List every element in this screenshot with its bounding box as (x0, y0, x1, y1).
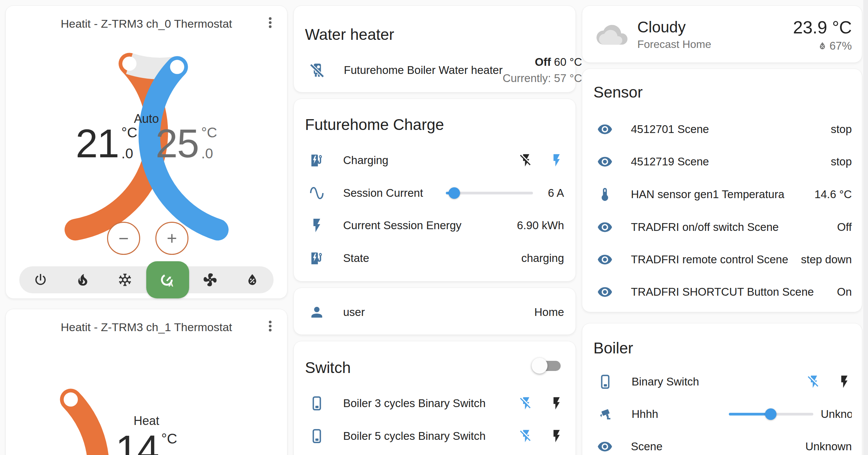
mode-fan-button[interactable] (189, 266, 231, 293)
row-label: Boiler 5 cycles Binary Switch (343, 430, 486, 443)
row-label: Scene (631, 440, 663, 453)
low-setpoint-decimal: .0 (121, 145, 137, 162)
thermostat-auto-icon (159, 271, 176, 288)
row-value: stop (831, 155, 852, 168)
mode-auto-button[interactable] (146, 261, 189, 298)
low-setpoint-units: °C .0 (121, 125, 137, 162)
slider-thumb[interactable] (765, 408, 776, 420)
eye-icon (597, 284, 613, 300)
mode-dry-button[interactable] (231, 266, 274, 293)
setpoint-value: 14 (116, 431, 158, 455)
state-value: Off (535, 56, 551, 68)
sensor-row[interactable]: TRADFRI SHORTCUT Button Scene On (597, 283, 852, 301)
row-label: TRADFRI remote control Scene (631, 253, 788, 266)
mode-off-button[interactable] (19, 266, 61, 293)
setpoint-handle[interactable] (64, 393, 78, 407)
state-row[interactable]: State charging (309, 249, 564, 268)
boiler3-row[interactable]: Boiler 3 cycles Binary Switch (309, 394, 564, 413)
flash-icon (837, 374, 852, 389)
high-setpoint-decimal: .0 (201, 145, 217, 162)
boiler5-row[interactable]: Boiler 5 cycles Binary Switch (309, 427, 564, 446)
weather-card[interactable]: Cloudy Forecast Home 23.9 °C 67% (582, 5, 862, 63)
mode-heat-button[interactable] (61, 266, 104, 293)
cloudy-icon (595, 18, 629, 52)
high-setpoint-unit: °C (201, 125, 217, 141)
eye-icon (597, 154, 613, 169)
mode-cool-button[interactable] (104, 266, 146, 293)
row-value: 14.6 °C (815, 188, 852, 201)
row-value: step down (801, 253, 852, 266)
weather-condition: Cloudy (637, 18, 686, 36)
sensor-row[interactable]: HAN sensor gen1 Temperatura 14.6 °C (597, 185, 852, 204)
target-temp: 60 °C (554, 56, 582, 68)
temp-decrease-button[interactable]: − (107, 222, 140, 255)
row-value: On (837, 286, 852, 298)
charging-row[interactable]: Charging (309, 151, 564, 170)
row-value: stop (831, 123, 852, 136)
sensor-row[interactable]: TRADFRI remote control Scene step down (597, 250, 852, 269)
toggle-thumb[interactable] (532, 358, 547, 374)
thermostat-ch0-card: Heatit - Z-TRM3 ch_0 Thermostat Auto 21 … (5, 5, 287, 299)
row-label: Current Session Energy (343, 219, 461, 232)
weather-humidity: 67% (817, 39, 852, 52)
cellphone-icon (597, 374, 613, 390)
low-setpoint-handle[interactable] (122, 57, 136, 71)
humidity-value: 67% (829, 39, 852, 52)
high-setpoint-handle[interactable] (170, 60, 184, 74)
binary-switch-row[interactable]: Binary Switch (597, 372, 852, 391)
session-current-slider[interactable] (446, 187, 533, 199)
card-title: Futurehome Charge (305, 117, 444, 132)
row-label: user (343, 306, 365, 319)
water-heater-row[interactable]: Futurehome Boiler Water heater Off 60 °C… (309, 52, 564, 89)
hvac-mode-label: Auto (6, 112, 287, 126)
card-title: Boiler (593, 340, 633, 356)
water-percent-icon (817, 41, 827, 51)
setpoint-temperatures: 14 °C (6, 431, 287, 455)
card-title: Switch (305, 360, 351, 375)
session-current-row[interactable]: Session Current 6 A (309, 184, 564, 203)
thermostat-ch1-card: Heatit - Z-TRM3 ch_1 Thermostat Heat 14 … (5, 309, 287, 455)
user-card: user Home (293, 288, 576, 335)
cellphone-icon (309, 428, 325, 444)
current-temp: Currently: 57 °C (503, 72, 582, 85)
plus-icon: + (167, 230, 177, 247)
row-label: 4512701 Scene (631, 123, 709, 136)
flash-off-icon (519, 429, 534, 444)
weather-subtitle: Forecast Home (637, 38, 711, 51)
user-row[interactable]: user Home (309, 303, 564, 322)
flash-off-icon (807, 374, 821, 389)
low-setpoint-value: 21 (76, 125, 119, 162)
hhhh-slider[interactable] (729, 408, 813, 420)
session-energy-row[interactable]: Current Session Energy 6.90 kWh (309, 216, 564, 235)
high-setpoint-value: 25 (156, 125, 199, 162)
hhhh-row[interactable]: Hhhh Unknown (597, 405, 852, 424)
row-value: Unknown (805, 440, 852, 453)
fan-icon (202, 272, 218, 288)
switch-toggle[interactable] (533, 360, 561, 372)
row-label: State (343, 252, 369, 265)
slider-thumb[interactable] (449, 187, 460, 199)
scrollbar[interactable] (863, 0, 868, 455)
row-value: 6 A (548, 187, 564, 199)
sensor-row[interactable]: TRADFRI on/off switch Scene Off (597, 218, 852, 237)
eye-icon (597, 122, 613, 137)
weather-temperature: 23.9 °C (793, 17, 852, 37)
row-label: TRADFRI on/off switch Scene (631, 221, 779, 234)
cellphone-icon (309, 395, 325, 411)
row-label: Boiler 3 cycles Binary Switch (343, 397, 486, 410)
sensor-row[interactable]: 4512701 Scene stop (597, 120, 852, 139)
power-icon (33, 272, 48, 288)
sensor-row[interactable]: 4512719 Scene stop (597, 152, 852, 171)
hvac-mode-label: Heat (6, 414, 287, 428)
eye-icon (597, 252, 613, 267)
flash-icon (549, 396, 564, 411)
eye-icon (597, 439, 613, 454)
temp-increase-button[interactable]: + (155, 222, 188, 255)
ev-station-icon (309, 250, 325, 266)
boiler-card: Boiler Binary Switch Hhhh Unknown Scene … (582, 323, 862, 455)
thermometer-icon (597, 187, 613, 202)
scene-row[interactable]: Scene Unknown (597, 437, 852, 455)
hvac-mode-bar (19, 266, 274, 293)
low-setpoint-unit: °C (121, 125, 137, 141)
setpoint-temperatures: 21 °C .0 25 °C .0 (6, 125, 287, 162)
